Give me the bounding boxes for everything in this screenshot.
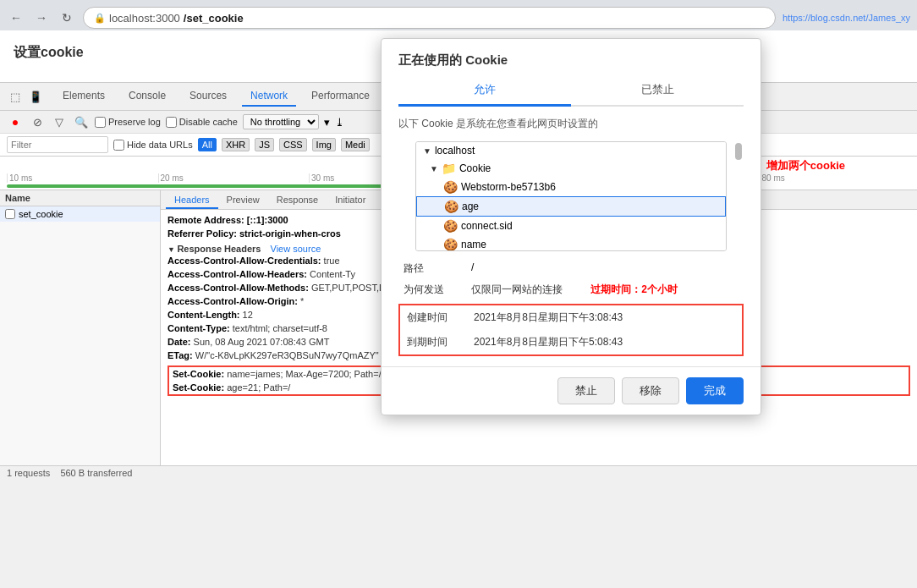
send-value: 仅限同一网站的连接 过期时间：2个小时 [466, 279, 715, 300]
tree-item-name-label: name [461, 239, 486, 250]
filter-css-btn[interactable]: CSS [279, 138, 307, 151]
block-button[interactable]: 禁止 [557, 377, 615, 404]
cookie-tree[interactable]: ▼ localhost ▼ 📁 Cookie 🍪 Webstorm-be5713… [415, 141, 727, 251]
tab-headers[interactable]: Headers [166, 192, 218, 209]
path-row: 路径 / [398, 258, 744, 279]
created-row: 创建时间 2021年8月8日星期日下午3:08:43 [399, 305, 743, 330]
referrer-policy-key: Referrer Policy: strict-origin-when-cros [167, 228, 341, 239]
path-label: 路径 [398, 258, 466, 279]
dialog-description: 以下 Cookie 是系统在您查看此网页时设置的 [382, 107, 761, 138]
cookie-detail-section: 路径 / 为何发送 仅限同一网站的连接 过期时间：2个小时 创建时间 2021年… [382, 255, 761, 360]
inspect-element-button[interactable]: ⬚ [7, 88, 24, 105]
remove-button[interactable]: 移除 [622, 377, 679, 404]
request-row-set-cookie[interactable]: set_cookie [0, 206, 160, 222]
tree-item-webstorm[interactable]: 🍪 Webstorm-be5713b6 [416, 178, 726, 196]
view-source-link[interactable]: View source [271, 244, 321, 254]
tab-response[interactable]: Response [268, 192, 327, 209]
back-button[interactable]: ← [7, 8, 25, 27]
request-checkbox[interactable] [5, 209, 15, 219]
preserve-log-label: Preserve log [95, 117, 161, 128]
lock-icon: 🔒 [94, 13, 106, 24]
dialog-title: 正在使用的 Cookie [382, 39, 761, 75]
set-cookie-name-key: Set-Cookie: [173, 369, 224, 379]
url-path: /set_cookie [184, 12, 244, 25]
tree-localhost[interactable]: ▼ localhost [416, 142, 726, 159]
cookie-dialog: 正在使用的 Cookie 允许 已禁止 以下 Cookie 是系统在您查看此网页… [381, 38, 761, 415]
requests-count: 1 requests [7, 468, 50, 478]
throttling-select[interactable]: No throttling [243, 114, 319, 129]
disable-cache-label: Disable cache [166, 117, 238, 128]
set-cookie-age-key: Set-Cookie: [173, 382, 224, 393]
reload-button[interactable]: ↻ [58, 8, 76, 27]
tab-console[interactable]: Console [120, 86, 174, 107]
tree-item-age-label: age [462, 201, 479, 212]
cookie-icon-webstorm: 🍪 [443, 180, 458, 194]
hide-data-urls-checkbox[interactable] [113, 140, 124, 151]
disable-cache-checkbox[interactable] [166, 117, 177, 128]
tick-80ms: 80 ms [760, 173, 911, 183]
filter-all-btn[interactable]: All [198, 138, 217, 151]
url-base: localhost:3000 [109, 12, 180, 25]
tree-item-webstorm-label: Webstorm-be5713b6 [461, 181, 556, 193]
filter-button[interactable]: ▽ [51, 113, 68, 130]
tab-sources[interactable]: Sources [181, 86, 235, 107]
tree-localhost-label: localhost [435, 145, 475, 157]
cookie-icon-name: 🍪 [443, 238, 458, 251]
tree-item-age[interactable]: 🍪 age [416, 196, 726, 217]
created-label: 创建时间 [399, 305, 467, 330]
set-cookie-age-value: age=21; Path=/ [227, 382, 290, 393]
filter-js-btn[interactable]: JS [255, 138, 274, 151]
filter-xhr-btn[interactable]: XHR [222, 138, 250, 151]
forward-button[interactable]: → [32, 8, 51, 27]
done-button[interactable]: 完成 [686, 377, 744, 404]
dialog-tab-blocked[interactable]: 已禁止 [571, 75, 744, 107]
record-button[interactable]: ● [7, 113, 24, 130]
tick-10ms: 10 ms [7, 173, 158, 183]
remote-address-key: Remote Address: [::1]:3000 [167, 215, 288, 225]
preserve-log-checkbox[interactable] [95, 117, 106, 128]
filter-img-btn[interactable]: Img [312, 138, 336, 151]
tree-item-name[interactable]: 🍪 name [416, 235, 726, 251]
device-toolbar-button[interactable]: 📱 [27, 88, 44, 105]
status-bar: 1 requests 560 B transferred [0, 465, 917, 480]
cookie-annotation: 增加两个cookie [766, 158, 845, 173]
tree-item-connect-sid-label: connect.sid [461, 220, 513, 232]
top-right-url: https://blog.csdn.net/James_xy [782, 13, 910, 23]
tree-cookie-folder[interactable]: ▼ 📁 Cookie [416, 159, 726, 178]
expire-row: 到期时间 2021年8月8日星期日下午5:08:43 [399, 330, 743, 355]
send-label: 为何发送 [398, 279, 466, 300]
time-detail-table: 创建时间 2021年8月8日星期日下午3:08:43 到期时间 2021年8月8… [398, 304, 744, 356]
tree-arrow-cookie: ▼ [430, 164, 438, 173]
name-column-header: Name [5, 193, 30, 203]
tab-initiator[interactable]: Initiator [327, 192, 374, 209]
dialog-tab-allow[interactable]: 允许 [398, 75, 571, 107]
transferred-size: 560 B transferred [60, 468, 132, 478]
request-name: set_cookie [19, 209, 63, 219]
scrollbar-thumb [735, 143, 742, 160]
filter-media-btn[interactable]: Medi [341, 138, 370, 151]
throttling-dropdown-icon[interactable]: ▾ [324, 116, 330, 129]
address-bar[interactable]: 🔒 localhost:3000/set_cookie [83, 7, 776, 29]
expire-value: 2021年8月8日星期日下午5:08:43 [467, 330, 743, 355]
tree-scrollbar [733, 141, 744, 251]
tree-arrow-localhost: ▼ [423, 146, 431, 156]
tab-performance[interactable]: Performance [303, 86, 378, 107]
cookie-icon-connect-sid: 🍪 [443, 219, 458, 233]
tree-cookie-label: Cookie [459, 162, 491, 174]
expire-annotation: 过期时间：2个小时 [590, 283, 678, 295]
import-icon[interactable]: ⤓ [335, 116, 344, 129]
requests-header: Name [0, 190, 160, 206]
requests-panel: Name set_cookie [0, 190, 161, 465]
tab-elements[interactable]: Elements [54, 86, 113, 107]
cookie-detail-table: 路径 / 为何发送 仅限同一网站的连接 过期时间：2个小时 [398, 258, 744, 300]
tab-preview[interactable]: Preview [218, 192, 268, 209]
tick-20ms: 20 ms [158, 173, 310, 183]
response-headers-section[interactable]: Response Headers [167, 240, 261, 256]
tree-item-connect-sid[interactable]: 🍪 connect.sid [416, 217, 726, 235]
cookie-icon-age: 🍪 [444, 200, 458, 213]
tab-network[interactable]: Network [242, 86, 296, 107]
clear-button[interactable]: ⊘ [29, 113, 46, 130]
filter-input[interactable] [7, 136, 108, 153]
search-button[interactable]: 🔍 [73, 113, 90, 130]
dialog-tabs: 允许 已禁止 [398, 75, 744, 107]
